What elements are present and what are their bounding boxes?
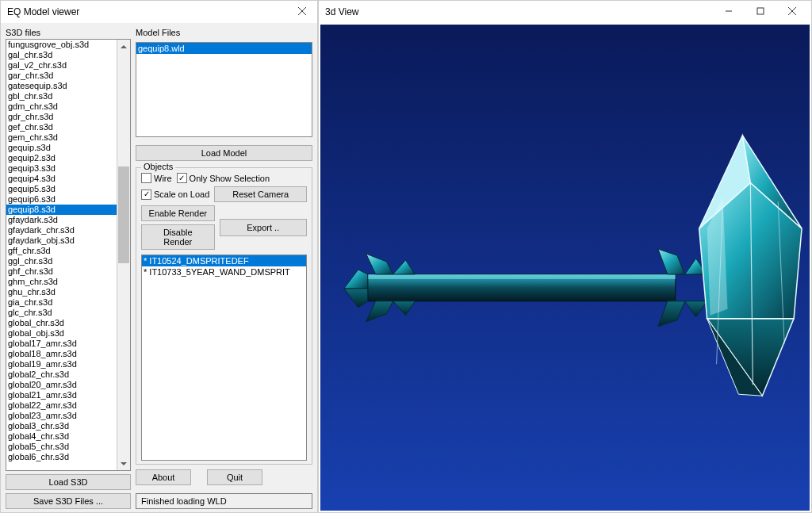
save-s3d-button[interactable]: Save S3D Files ... [6, 493, 131, 509]
list-item[interactable]: * IT10733_5YEAR_WAND_DMSPRIT [142, 266, 306, 278]
s3d-panel: S3D files fungusgrove_obj.s3dgal_chr.s3d… [6, 26, 131, 509]
about-button[interactable]: About [136, 469, 191, 485]
list-item[interactable]: gequip5.s3d [6, 184, 117, 194]
list-item[interactable]: global3_chr.s3d [6, 421, 117, 431]
close-button[interactable] [776, 2, 808, 21]
scroll-thumb[interactable] [118, 167, 129, 263]
list-item[interactable]: gbl_chr.s3d [6, 91, 117, 101]
svg-marker-9 [658, 249, 685, 274]
list-item[interactable]: gfaydark_obj.s3d [6, 235, 117, 246]
list-item[interactable]: gatesequip.s3d [6, 81, 117, 91]
scroll-up-button[interactable] [117, 40, 130, 53]
titlebar: 3d View [319, 1, 811, 23]
chevron-up-icon [121, 42, 127, 52]
svg-marker-5 [366, 254, 393, 274]
svg-marker-3 [344, 270, 368, 289]
objects-list[interactable]: * IT10524_DMSPRITEDEF* IT10733_5YEAR_WAN… [141, 255, 307, 461]
list-item[interactable]: global_obj.s3d [6, 328, 117, 339]
svg-marker-6 [366, 301, 393, 322]
list-item[interactable]: gequip3.s3d [6, 163, 117, 174]
list-item[interactable]: global17_amr.s3d [6, 339, 117, 349]
enable-render-button[interactable]: Enable Render [141, 205, 215, 221]
titlebar: EQ Model viewer [1, 1, 317, 23]
list-item[interactable]: gequip.s3d [6, 143, 117, 153]
checkbox-icon [177, 173, 187, 183]
window-title: EQ Model viewer [4, 6, 290, 17]
list-item[interactable]: gequip4.s3d [6, 174, 117, 184]
list-item[interactable]: global5_chr.s3d [6, 442, 117, 452]
list-item[interactable]: gdm_chr.s3d [6, 101, 117, 112]
svg-marker-8 [393, 301, 416, 316]
list-item[interactable]: glc_chr.s3d [6, 308, 117, 318]
list-item[interactable]: gef_chr.s3d [6, 122, 117, 132]
list-item[interactable]: gequip6.s3d [6, 194, 117, 205]
s3d-scrollbar[interactable] [117, 40, 130, 470]
list-item[interactable]: gequip8.s3d [6, 205, 117, 215]
list-item[interactable]: global6_chr.s3d [6, 452, 117, 462]
scale-label: Scale on Load [154, 190, 209, 199]
list-item[interactable]: ggl_chr.s3d [6, 256, 117, 266]
list-item[interactable]: gequip2.s3d [6, 153, 117, 163]
s3d-label: S3D files [6, 28, 131, 37]
list-item[interactable]: gem_chr.s3d [6, 132, 117, 143]
model-viewer-window: EQ Model viewer S3D files fungusgrove_ob… [0, 0, 318, 513]
list-item[interactable]: global19_amr.s3d [6, 359, 117, 369]
list-item[interactable]: global23_amr.s3d [6, 411, 117, 421]
svg-marker-7 [393, 260, 416, 274]
maximize-icon [756, 6, 765, 18]
list-item[interactable]: gia_chr.s3d [6, 297, 117, 308]
model-file-list[interactable]: gequip8.wld [136, 42, 312, 137]
list-item[interactable]: gff_chr.s3d [6, 246, 117, 256]
3d-view-window: 3d View [318, 0, 812, 513]
only-show-label: Only Show Selection [190, 174, 270, 183]
objects-fieldset: Objects Wire Only Show Selection Scale o… [136, 167, 312, 465]
checkbox-icon [141, 173, 151, 183]
list-item[interactable]: global20_amr.s3d [6, 380, 117, 390]
disable-render-button[interactable]: Disable Render [141, 224, 215, 250]
list-item[interactable]: gal_v2_chr.s3d [6, 60, 117, 71]
list-item[interactable]: gfaydark_chr.s3d [6, 225, 117, 235]
minimize-icon [724, 6, 733, 18]
load-s3d-button[interactable]: Load S3D [6, 474, 131, 490]
list-item[interactable]: fungusgrove_obj.s3d [6, 40, 117, 50]
window-body: S3D files fungusgrove_obj.s3dgal_chr.s3d… [1, 23, 317, 512]
reset-camera-button[interactable]: Reset Camera [214, 186, 307, 202]
load-model-button[interactable]: Load Model [136, 145, 312, 161]
list-item[interactable]: gdr_chr.s3d [6, 112, 117, 122]
list-item[interactable]: ghu_chr.s3d [6, 287, 117, 297]
scale-on-load-checkbox[interactable]: Scale on Load [141, 190, 209, 200]
right-panel: Model Files gequip8.wld Load Model Objec… [136, 26, 312, 509]
svg-rect-2 [368, 274, 676, 279]
list-item[interactable]: global21_amr.s3d [6, 390, 117, 400]
list-item[interactable]: ghf_chr.s3d [6, 266, 117, 277]
wire-checkbox[interactable]: Wire [141, 173, 172, 183]
export-button[interactable]: Export .. [220, 219, 308, 236]
s3d-list-container: fungusgrove_obj.s3dgal_chr.s3dgal_v2_chr… [6, 39, 131, 471]
minimize-button[interactable] [713, 2, 745, 21]
list-item[interactable]: global2_chr.s3d [6, 369, 117, 380]
list-item[interactable]: gal_chr.s3d [6, 50, 117, 60]
maximize-button[interactable] [745, 2, 776, 21]
scroll-down-button[interactable] [117, 457, 130, 470]
list-item[interactable]: global4_chr.s3d [6, 431, 117, 442]
list-item[interactable]: gar_chr.s3d [6, 71, 117, 81]
list-item[interactable]: ghm_chr.s3d [6, 277, 117, 287]
3d-viewport[interactable] [320, 25, 810, 511]
list-item[interactable]: global18_amr.s3d [6, 349, 117, 359]
model-render [320, 25, 810, 511]
list-item[interactable]: * IT10524_DMSPRITEDEF [142, 255, 306, 266]
svg-marker-12 [685, 301, 707, 317]
list-item[interactable]: gequip8.wld [136, 43, 312, 54]
quit-button[interactable]: Quit [207, 469, 262, 485]
objects-legend: Objects [141, 162, 175, 171]
list-item[interactable]: global_chr.s3d [6, 318, 117, 328]
scroll-track[interactable] [117, 53, 130, 457]
only-show-selection-checkbox[interactable]: Only Show Selection [177, 173, 270, 183]
list-item[interactable]: gfaydark.s3d [6, 215, 117, 225]
wire-label: Wire [154, 174, 172, 183]
list-item[interactable]: global22_amr.s3d [6, 400, 117, 411]
svg-marker-4 [344, 289, 368, 308]
s3d-file-list[interactable]: fungusgrove_obj.s3dgal_chr.s3dgal_v2_chr… [6, 40, 117, 470]
close-button[interactable] [290, 2, 314, 21]
chevron-down-icon [121, 459, 127, 469]
